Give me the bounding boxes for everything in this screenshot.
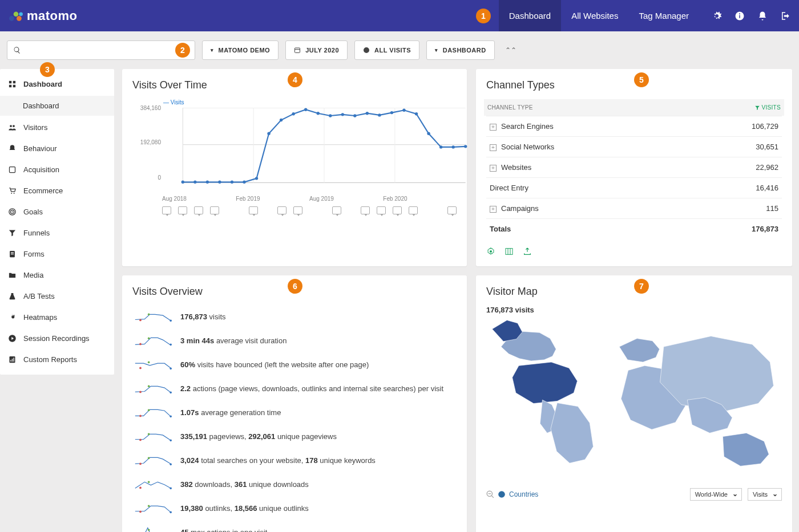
- annotation-icon[interactable]: [293, 206, 302, 214]
- annotation-icon[interactable]: [162, 206, 171, 214]
- svg-point-84: [170, 464, 172, 466]
- logout-icon[interactable]: [780, 11, 790, 21]
- sidebar-item-label: Dashboard: [23, 80, 62, 88]
- target-icon: [8, 208, 17, 216]
- svg-point-97: [498, 491, 505, 498]
- map-region-select[interactable]: World-Wide: [690, 488, 742, 501]
- svg-point-67: [148, 338, 150, 340]
- svg-point-65: [139, 319, 142, 322]
- brand-name: matomo: [27, 9, 78, 23]
- overview-item: 3,024 total searches on your website, 17…: [132, 449, 457, 473]
- date-label: JULY 2020: [305, 47, 339, 54]
- map-total: 176,873 visits: [486, 306, 534, 314]
- svg-point-0: [9, 16, 14, 21]
- world-map[interactable]: 176,873 visits: [486, 306, 782, 482]
- svg-point-79: [148, 433, 150, 436]
- svg-point-59: [464, 145, 467, 148]
- bell-icon[interactable]: [757, 11, 768, 21]
- sidebar-item-goals[interactable]: Goals: [0, 201, 114, 222]
- sidebar-item-dashboard[interactable]: Dashboard: [0, 74, 114, 95]
- annotation-icon[interactable]: [447, 206, 457, 214]
- line-chart[interactable]: 384,160 192,080 0: [132, 108, 457, 193]
- annotation-icon[interactable]: [178, 206, 187, 214]
- sidebar-item-funnels[interactable]: Funnels: [0, 222, 114, 243]
- map-metric-select[interactable]: Visits: [748, 488, 782, 501]
- sidebar-item-label: Goals: [23, 208, 43, 216]
- annotation-icon[interactable]: [277, 206, 286, 214]
- segment-selector[interactable]: ALL VISITS: [354, 40, 419, 60]
- gear-icon[interactable]: [712, 11, 722, 21]
- overview-item: 45 max actions in one visit: [132, 521, 457, 532]
- chart-svg: [162, 108, 486, 188]
- table-row[interactable]: +Social Networks30,651: [486, 136, 782, 157]
- sidebar-sub-dashboard[interactable]: Dashboard: [0, 96, 114, 116]
- search-input[interactable]: 2: [7, 40, 195, 60]
- sidebar-item-acquisition[interactable]: Acquisition: [0, 159, 114, 180]
- svg-point-58: [451, 145, 454, 148]
- svg-rect-61: [506, 249, 513, 255]
- y-tick: 192,080: [140, 139, 161, 145]
- dashboard-label: DASHBOARD: [443, 47, 486, 54]
- info-icon[interactable]: [735, 11, 745, 21]
- svg-rect-12: [13, 85, 15, 87]
- sidebar-item-heatmaps[interactable]: Heatmaps: [0, 307, 114, 328]
- zoom-out-icon[interactable]: [486, 490, 494, 498]
- sidebar-item-forms[interactable]: Forms: [0, 243, 114, 265]
- sidebar-item-reports[interactable]: Custom Reports: [0, 349, 114, 370]
- annotation-icon[interactable]: [393, 206, 402, 214]
- table-row[interactable]: +Search Engines106,729: [486, 116, 782, 136]
- matomo-logo-icon: [9, 9, 23, 23]
- table-row[interactable]: +Websites22,962: [486, 157, 782, 177]
- overview-item: 176,873 visits: [132, 306, 457, 330]
- sidebar-item-label: Custom Reports: [23, 355, 77, 364]
- countries-link[interactable]: Countries: [509, 490, 538, 498]
- table-row-totals: Totals176,873: [486, 218, 782, 239]
- dashboard-selector[interactable]: ▾DASHBOARD: [426, 40, 495, 60]
- svg-line-96: [491, 496, 494, 498]
- annotation-icon[interactable]: [332, 206, 341, 214]
- sidebar-item-behaviour[interactable]: Behaviour: [0, 138, 114, 159]
- svg-point-44: [280, 119, 283, 121]
- svg-point-80: [139, 439, 142, 441]
- svg-point-91: [148, 529, 150, 531]
- expand-icon[interactable]: +: [490, 144, 497, 151]
- badge-6: 6: [288, 279, 302, 294]
- sidebar-item-media[interactable]: Media: [0, 265, 114, 286]
- filter-icon[interactable]: [754, 105, 760, 111]
- visitors-icon: [8, 123, 17, 132]
- topnav-tag-manager[interactable]: Tag Manager: [628, 0, 699, 31]
- expand-icon[interactable]: +: [490, 206, 497, 213]
- annotation-icon[interactable]: [249, 206, 258, 214]
- date-selector[interactable]: JULY 2020: [285, 40, 348, 60]
- sidebar-item-abtests[interactable]: A/B Tests: [0, 286, 114, 307]
- sidebar-item-recordings[interactable]: Session Recordings: [0, 328, 114, 349]
- topnav-dashboard[interactable]: Dashboard: [499, 0, 561, 31]
- badge-5: 5: [634, 72, 649, 87]
- gear-icon[interactable]: [486, 247, 495, 256]
- sidebar-item-visitors[interactable]: Visitors: [0, 117, 114, 138]
- site-selector[interactable]: ▾MATOMO DEMO: [202, 40, 279, 60]
- table-row[interactable]: Direct Entry16,416: [486, 177, 782, 198]
- play-icon: [8, 334, 17, 343]
- columns-icon[interactable]: [505, 247, 514, 256]
- logo[interactable]: matomo: [9, 9, 78, 23]
- sidebar-item-label: Media: [23, 271, 43, 279]
- export-icon[interactable]: [523, 247, 532, 256]
- annotation-icon[interactable]: [409, 206, 418, 214]
- expand-icon[interactable]: +: [490, 165, 497, 172]
- svg-point-57: [439, 145, 442, 148]
- table-row[interactable]: +Campaigns115: [486, 198, 782, 218]
- expand-icon[interactable]: +: [490, 124, 497, 131]
- svg-point-73: [148, 385, 150, 388]
- sidebar-item-ecommerce[interactable]: Ecommerce: [0, 180, 114, 201]
- annotation-icon[interactable]: [377, 206, 386, 214]
- expand-icon[interactable]: ⌃⌃: [502, 46, 520, 54]
- annotation-icon[interactable]: [361, 206, 370, 214]
- svg-point-82: [148, 457, 150, 460]
- annotation-icon[interactable]: [194, 206, 203, 214]
- svg-point-69: [170, 344, 172, 346]
- segment-icon: [363, 47, 370, 54]
- annotation-icon[interactable]: [210, 206, 219, 214]
- topnav-all-websites[interactable]: All Websites: [561, 0, 628, 31]
- sidebar-item-label: Behaviour: [23, 144, 57, 153]
